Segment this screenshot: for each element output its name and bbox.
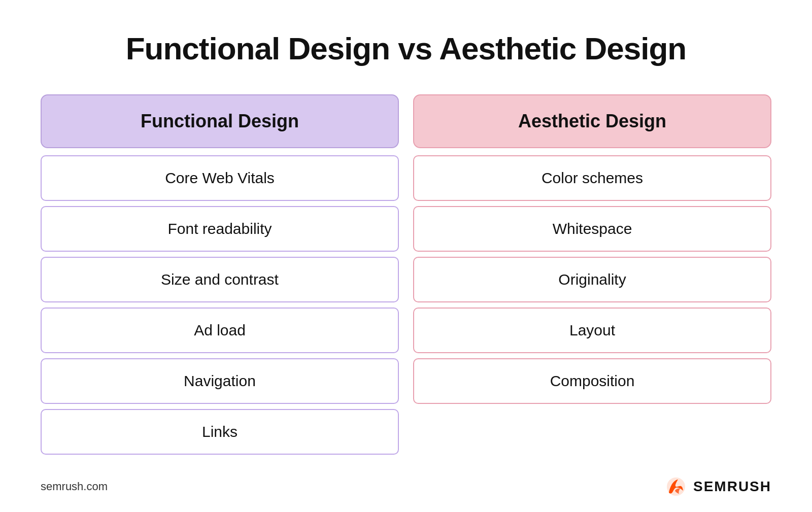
comparison-table: Functional Design Core Web Vitals Font r… <box>41 94 771 455</box>
functional-item-4: Ad load <box>41 308 399 353</box>
aesthetic-item-3: Originality <box>413 257 771 302</box>
aesthetic-item-1: Color schemes <box>413 155 771 201</box>
semrush-icon <box>664 476 688 497</box>
semrush-brand-text: SEMRUSH <box>693 479 771 495</box>
functional-item-3: Size and contrast <box>41 257 399 302</box>
functional-column: Functional Design Core Web Vitals Font r… <box>41 94 399 455</box>
functional-item-5: Navigation <box>41 358 399 404</box>
functional-item-1: Core Web Vitals <box>41 155 399 201</box>
footer-url: semrush.com <box>41 480 108 493</box>
aesthetic-item-5: Composition <box>413 358 771 404</box>
aesthetic-item-4: Layout <box>413 308 771 353</box>
semrush-logo: SEMRUSH <box>664 476 771 497</box>
aesthetic-column: Aesthetic Design Color schemes Whitespac… <box>413 94 771 455</box>
aesthetic-header: Aesthetic Design <box>413 94 771 148</box>
functional-item-6: Links <box>41 409 399 455</box>
functional-header: Functional Design <box>41 94 399 148</box>
page-title: Functional Design vs Aesthetic Design <box>126 30 687 66</box>
functional-item-2: Font readability <box>41 206 399 252</box>
aesthetic-item-2: Whitespace <box>413 206 771 252</box>
footer: semrush.com SEMRUSH <box>0 476 812 497</box>
